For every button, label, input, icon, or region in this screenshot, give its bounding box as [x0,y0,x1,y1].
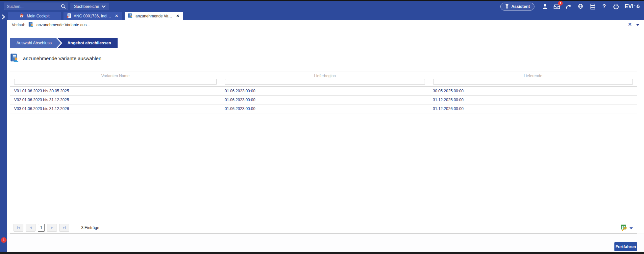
sailboat-icon [636,3,640,10]
cell-varianten-name: V03 01.06.2023 bis 31.12.2026 [10,104,221,113]
main-content: Verlauf: anzunehmende Variante aus... ✕ … [7,20,644,234]
tab-ang-0001736[interactable]: ANG 0001736, Indivi... ✕ [63,12,122,20]
page-title: anzunehmende Variante auswählen [23,56,101,61]
history-item[interactable]: anzunehmende Variante aus... [37,23,90,27]
action-footer: Fortfahren [7,234,644,252]
variant-book-icon [10,53,19,63]
sidebar-alert-badge[interactable]: 1 [1,237,7,243]
table-row[interactable]: V01 01.06.2023 bis 30.05.2025 01.06.2023… [10,87,637,96]
close-view-icon[interactable]: ✕ [628,22,632,27]
app-window: Suchbereiche Assistent 1 [0,0,644,254]
help-icon[interactable]: ? [600,2,608,11]
database-icon[interactable] [588,2,597,11]
home-icon [19,13,24,19]
column-lieferbeginn: Lieferbeginn [221,72,429,86]
cell-lieferende: 30.05.2025 00:00 [429,87,637,95]
next-page-button[interactable] [47,224,57,232]
first-page-button[interactable] [13,224,23,232]
tab-mein-cockpit[interactable]: Mein Cockpit [8,12,61,20]
wizard-step-label: Auswahl Abschluss [16,41,52,45]
global-search [4,3,68,10]
notification-badge: 1 [558,1,563,6]
page-header: anzunehmende Variante auswählen [10,53,101,63]
continue-button[interactable]: Fortfahren [614,242,637,251]
search-input[interactable] [4,3,59,10]
cell-varianten-name: V02 01.06.2023 bis 31.12.2025 [10,96,221,104]
user-icon[interactable] [541,2,549,11]
wizard-step-label: Angebot abschliessen [67,41,111,45]
variant-book-icon [28,22,34,28]
sidebar-expand-icon[interactable] [2,14,5,21]
help-glyph: ? [603,3,606,10]
search-scope-label: Suchbereiche [74,4,99,9]
cell-varianten-name: V01 01.06.2023 bis 30.05.2025 [10,87,221,95]
view-menu-caret-icon[interactable] [636,24,639,26]
tab-bar: Mein Cockpit ANG 0001736, Indivi... ✕ an… [7,12,644,20]
assistant-button[interactable]: Assistent [500,3,534,11]
history-label: Verlauf: [12,23,25,27]
filter-lieferende-input[interactable] [433,79,633,85]
globe-icon[interactable] [576,2,585,11]
export-control[interactable] [621,224,633,232]
tab-anzunehmende-variante[interactable]: anzunehmende Varia... ✕ [125,12,183,20]
tab-label: ANG 0001736, Indivi... [74,14,112,18]
cell-lieferbeginn: 01.06.2023 00:00 [221,96,429,104]
inbox-icon[interactable]: 1 [553,2,561,11]
wizard-step-angebot-abschliessen[interactable]: Angebot abschliessen [58,38,118,48]
search-scope-dropdown[interactable]: Suchbereiche [70,3,109,10]
column-lieferende: Lieferende [429,72,637,86]
current-page-indicator[interactable]: 1 [38,224,45,232]
filter-lieferbeginn-input[interactable] [225,79,425,85]
column-header-label[interactable]: Varianten Name [10,72,221,79]
variant-book-icon [128,13,133,19]
column-varianten-name: Varianten Name [10,72,221,86]
topbar: Suchbereiche Assistent 1 [0,1,644,12]
export-menu-caret-icon [630,227,633,229]
tab-label: anzunehmende Varia... [136,14,173,18]
wizard-steps: Auswahl Abschluss Angebot abschliessen [10,38,118,48]
brand-logo: EVI° [625,3,640,10]
logout-power-icon[interactable] [612,2,620,11]
previous-page-button[interactable] [26,224,36,232]
table-empty-area [10,113,637,222]
tab-close-icon[interactable]: ✕ [176,14,180,18]
tab-label: Mein Cockpit [27,14,49,18]
table-row[interactable]: V03 01.06.2023 bis 31.12.2026 01.06.2023… [10,104,637,113]
filter-varianten-name-input[interactable] [14,79,217,85]
cell-lieferende: 31.12.2025 00:00 [429,96,637,104]
entry-count-label: 3 Einträge [81,225,99,230]
redo-icon[interactable] [564,2,573,11]
pagination-bar: 1 3 Einträge [10,222,637,233]
table-row[interactable]: V02 01.06.2023 bis 31.12.2025 01.06.2023… [10,96,637,104]
brand-text: EVI [625,4,633,10]
cell-lieferende: 31.12.2026 00:00 [429,104,637,113]
history-bar: Verlauf: anzunehmende Variante aus... ✕ [7,20,644,30]
excel-export-icon [621,224,627,232]
wizard-step-auswahl-abschluss[interactable]: Auswahl Abschluss [10,38,61,48]
window-bottom-edge [0,252,644,254]
table-header: Varianten Name Lieferbeginn Lieferende [10,72,637,87]
cell-lieferbeginn: 01.06.2023 00:00 [221,104,429,113]
column-header-label[interactable]: Lieferbeginn [221,72,429,79]
sidebar-collapsed-strip: 1 [0,12,7,252]
chevron-down-icon [102,4,106,9]
tab-close-icon[interactable]: ✕ [114,14,119,18]
lighthouse-icon [505,4,509,10]
assistant-label: Assistent [511,4,530,9]
document-icon [67,13,71,19]
last-page-button[interactable] [59,224,69,232]
variants-table: Varianten Name Lieferbeginn Lieferende V… [10,72,637,234]
column-header-label[interactable]: Lieferende [429,72,637,79]
search-icon[interactable] [59,3,68,10]
cell-lieferbeginn: 01.06.2023 00:00 [221,87,429,95]
